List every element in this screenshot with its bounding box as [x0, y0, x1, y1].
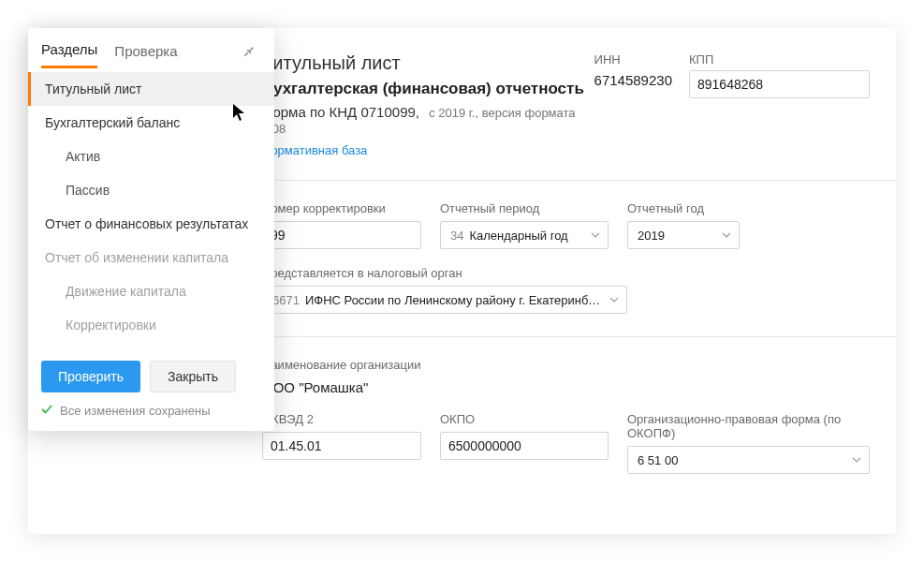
form-code: Форма по КНД 0710099, с 2019 г., версия … [262, 104, 594, 136]
check-button[interactable]: Проверить [41, 361, 140, 392]
nav-item-balance[interactable]: Бухгалтерский баланс [28, 106, 274, 140]
year-value: 2019 [638, 229, 665, 243]
correction-label: Номер корректировки [262, 201, 421, 215]
nav-item-asset[interactable]: Актив [28, 140, 274, 173]
nav-item-corrections[interactable]: Корректировки [28, 308, 274, 342]
inn-label: ИНН [594, 52, 672, 67]
nav-item-fin-results[interactable]: Отчет о финансовых результатах [28, 207, 274, 241]
chevron-down-icon [722, 232, 731, 238]
divider [236, 336, 896, 337]
pin-icon[interactable] [239, 41, 259, 65]
page-title: Титульный лист [262, 52, 594, 74]
period-text: Календарный год [469, 229, 567, 243]
nav-item-capital-change[interactable]: Отчет об изменении капитала [28, 241, 274, 274]
okved-label: ОКВЭД 2 [262, 412, 421, 426]
chevron-down-icon [852, 457, 861, 463]
nav-item-title-page[interactable]: Титульный лист [28, 72, 274, 106]
okved-input[interactable] [262, 432, 421, 460]
inn-value: 6714589230 [594, 70, 672, 88]
kpp-input[interactable] [689, 70, 870, 98]
period-select[interactable]: 34 Календарный год [440, 221, 609, 249]
correction-input[interactable] [262, 221, 421, 249]
normative-link[interactable]: Нормативная база [262, 143, 367, 157]
okopf-select[interactable]: 6 51 00 [627, 446, 870, 474]
kpp-label: КПП [689, 52, 870, 67]
nav-item-capital-movement[interactable]: Движение капитала [28, 274, 274, 308]
divider [236, 180, 896, 181]
period-label: Отчетный период [440, 201, 609, 215]
close-button[interactable]: Закрыть [150, 361, 236, 392]
chevron-down-icon [591, 232, 600, 238]
tab-sections[interactable]: Разделы [41, 37, 97, 68]
okopf-label: Организационно-правовая форма (по ОКОПФ) [627, 412, 870, 440]
orgname-label: Наименование организации [262, 358, 870, 372]
sections-popover: Разделы Проверка Титульный лист Бухгалте… [28, 28, 274, 431]
taxorg-text: ИФНС России по Ленинскому району г. Екат… [305, 293, 602, 307]
chevron-down-icon [609, 297, 619, 303]
period-prefix: 34 [450, 229, 463, 243]
form-code-text: Форма по КНД 0710099, [262, 104, 419, 120]
save-status-text: Все изменения сохранены [60, 404, 211, 418]
okpo-input[interactable] [440, 432, 609, 460]
check-icon [41, 404, 52, 418]
okpo-label: ОКПО [440, 412, 609, 426]
save-status: Все изменения сохранены [28, 404, 274, 431]
year-label: Отчетный год [627, 201, 740, 215]
taxorg-select[interactable]: 6671 ИФНС России по Ленинскому району г.… [262, 286, 627, 314]
okopf-value: 6 51 00 [638, 453, 678, 467]
nav-list: Титульный лист Бухгалтерский баланс Акти… [28, 68, 274, 349]
taxorg-label: Представляется в налоговый орган [262, 266, 627, 280]
orgname-value: ООО "Ромашка" [262, 379, 870, 395]
report-name: Бухгалтерская (финансовая) отчетность [262, 80, 594, 98]
nav-item-liability[interactable]: Пассив [28, 173, 274, 207]
year-select[interactable]: 2019 [627, 221, 740, 249]
taxorg-prefix: 6671 [272, 293, 300, 307]
tab-check[interactable]: Проверка [114, 39, 177, 67]
